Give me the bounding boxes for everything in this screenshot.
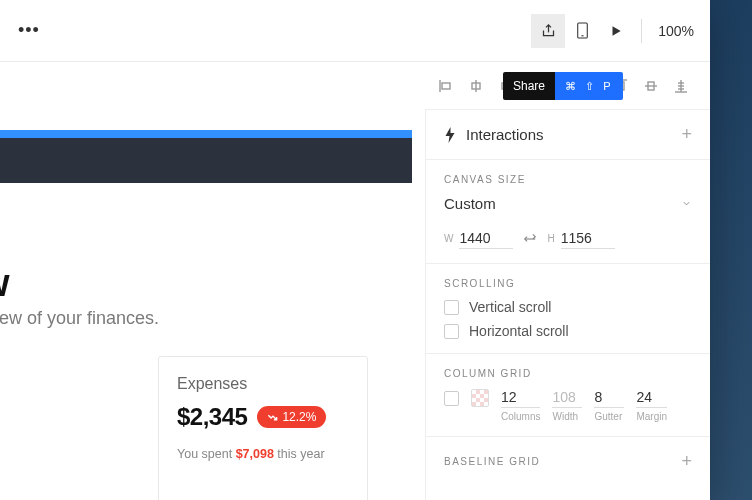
gutter-input[interactable]: 8 — [594, 389, 624, 408]
column-grid-section: COLUMN GRID 12 Columns 108 Width 8 Gutte… — [426, 354, 710, 437]
inspector-panel: Interactions + CANVAS SIZE Custom W H — [425, 110, 710, 500]
chevron-down-icon — [681, 198, 692, 209]
margin-input[interactable]: 24 — [636, 389, 667, 408]
column-color-swatch[interactable] — [471, 389, 489, 407]
page-title: w — [0, 262, 9, 305]
margin-sublabel: Margin — [636, 411, 667, 422]
baseline-grid-section: BASELINE GRID + — [426, 437, 710, 472]
interactions-section: Interactions + — [426, 110, 710, 160]
svg-rect-3 — [442, 83, 450, 89]
page-subtitle: rview of your finances. — [0, 308, 159, 329]
topbar: ••• 100% — [0, 0, 710, 62]
column-width-input[interactable]: 108 — [552, 389, 582, 408]
width-label: W — [444, 233, 453, 244]
card-label: Expenses — [177, 375, 349, 393]
canvas-width-input[interactable] — [459, 228, 513, 249]
section-label: SCROLLING — [444, 278, 692, 289]
section-label: CANVAS SIZE — [444, 174, 692, 185]
topbar-right: 100% — [531, 0, 710, 61]
add-baseline-button[interactable]: + — [681, 451, 692, 472]
card-amount: $2,345 — [177, 403, 247, 431]
checkbox-label: Horizontal scroll — [469, 323, 569, 339]
share-tooltip-label: Share — [503, 72, 555, 100]
canvas-preset-value: Custom — [444, 195, 496, 212]
play-button[interactable] — [599, 14, 633, 48]
canvas-height-input[interactable] — [561, 228, 615, 249]
card-summary: You spent $7,098 this year — [177, 447, 349, 461]
gutter-sublabel: Gutter — [594, 411, 624, 422]
selection-outline — [0, 130, 412, 138]
share-button[interactable] — [531, 14, 565, 48]
play-icon — [609, 24, 623, 38]
height-label: H — [547, 233, 554, 244]
checkbox-icon — [444, 324, 459, 339]
zoom-level[interactable]: 100% — [650, 23, 710, 39]
trend-down-icon — [267, 412, 278, 423]
align-center-v-button[interactable] — [640, 75, 662, 97]
canvas-area[interactable]: w rview of your finances. 12.2% 51 this … — [0, 62, 425, 500]
columns-sublabel: Columns — [501, 411, 540, 422]
card-summary: 51 this year — [0, 412, 121, 426]
trend-pill-down: 12.2% — [257, 406, 326, 428]
stat-card-expenses[interactable]: Expenses $2,345 12.2% You spent $7,098 t… — [158, 356, 368, 500]
share-icon — [541, 23, 556, 38]
swap-dimensions-icon[interactable] — [523, 232, 537, 246]
divider — [641, 19, 642, 43]
align-left-button[interactable] — [435, 75, 457, 97]
interactions-title: Interactions — [466, 126, 544, 143]
align-bottom-button[interactable] — [670, 75, 692, 97]
stat-card-income[interactable]: 12.2% 51 this year — [0, 356, 140, 500]
device-icon — [576, 22, 589, 39]
column-grid-toggle[interactable] — [444, 391, 459, 406]
horizontal-scroll-checkbox[interactable]: Horizontal scroll — [444, 323, 692, 339]
checkbox-label: Vertical scroll — [469, 299, 551, 315]
section-label: COLUMN GRID — [444, 368, 692, 379]
canvas-preset-dropdown[interactable]: Custom — [444, 195, 692, 216]
device-preview-button[interactable] — [565, 14, 599, 48]
checkbox-icon — [444, 300, 459, 315]
scrolling-section: SCROLLING Vertical scroll Horizontal scr… — [426, 264, 710, 354]
share-shortcut: ⌘ ⇧ P — [555, 72, 623, 100]
vertical-scroll-checkbox[interactable]: Vertical scroll — [444, 299, 692, 315]
stat-cards-row: 12.2% 51 this year Expenses $2,345 12.2%… — [0, 356, 368, 500]
width-sublabel: Width — [552, 411, 582, 422]
scrollbar[interactable] — [425, 110, 426, 290]
section-label: BASELINE GRID — [444, 456, 540, 467]
align-center-h-button[interactable] — [465, 75, 487, 97]
more-menu[interactable]: ••• — [18, 20, 40, 41]
bolt-icon — [444, 127, 456, 143]
columns-input[interactable]: 12 — [501, 389, 540, 408]
add-interaction-button[interactable]: + — [681, 124, 692, 145]
app-window: ••• 100% Share — [0, 0, 710, 500]
canvas-size-section: CANVAS SIZE Custom W H — [426, 160, 710, 264]
share-tooltip: Share ⌘ ⇧ P — [503, 72, 623, 100]
page-header-bar — [0, 138, 412, 183]
trend-pct: 12.2% — [282, 410, 316, 424]
